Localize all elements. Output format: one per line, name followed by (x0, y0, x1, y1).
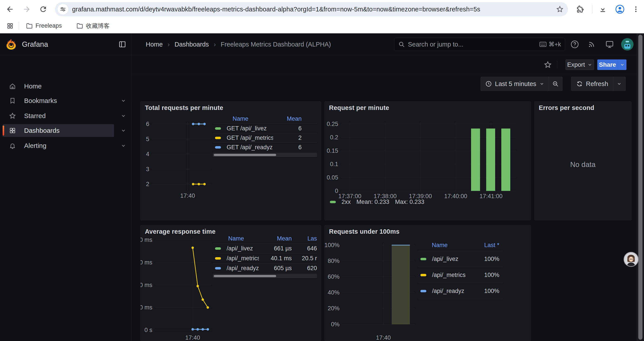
bookmark-folder-label: Freeleaps (36, 22, 62, 29)
legend-header-name[interactable]: Name (432, 242, 448, 249)
sidebar-item-dashboards[interactable]: Dashboards (3, 124, 114, 137)
browser-profile-icon[interactable] (615, 5, 625, 14)
series-name[interactable]: /api/_livez (432, 256, 458, 262)
legend-header-name[interactable]: Name (232, 115, 248, 122)
data-point (192, 246, 194, 249)
data-point (196, 328, 199, 330)
legend-header-name[interactable]: Name (228, 235, 244, 242)
url-text[interactable]: grafana.mathmast.com/d/deytv4rwavabkb/fr… (72, 6, 556, 13)
help-icon[interactable] (570, 40, 579, 49)
legend-hscrollbar-thumb[interactable] (214, 154, 276, 156)
panel-errors-per-second[interactable]: Errors per secondNo data (534, 101, 632, 220)
browser-menu-icon[interactable] (632, 6, 640, 13)
chevron-down-icon[interactable] (120, 139, 127, 152)
refresh-icon (576, 81, 583, 87)
site-settings-icon[interactable] (58, 4, 68, 15)
url-bar[interactable]: grafana.mathmast.com/d/deytv4rwavabkb/fr… (55, 2, 568, 16)
legend-line[interactable]: 2xxMean: 0.233Max: 0.233 (330, 199, 424, 205)
refresh-button[interactable]: Refresh (572, 77, 613, 91)
legend-hscrollbar-thumb[interactable] (214, 275, 276, 277)
legend-row[interactable]: GET /api/_readyz6 (213, 142, 317, 152)
panel-title[interactable]: Errors per second (539, 104, 594, 112)
scrollbar-thumb[interactable] (638, 35, 642, 340)
legend-row[interactable]: /api/_readyz605 µs620 (213, 263, 317, 273)
favorite-dashboard-icon[interactable] (544, 61, 552, 69)
legend-row[interactable]: /api/_metrics100% (418, 267, 503, 283)
dock-menu-toggle-icon[interactable] (118, 40, 127, 49)
series-name[interactable]: 2xx (342, 199, 351, 205)
zoom-out-button[interactable] (549, 77, 562, 91)
legend-hscrollbar[interactable] (213, 153, 317, 157)
user-avatar[interactable] (621, 38, 634, 51)
legend-hscrollbar[interactable] (213, 274, 317, 278)
time-controls-row: Last 5 minutes Refresh (132, 74, 636, 100)
legend-value: 646 (292, 245, 317, 252)
page-scrollbar[interactable] (636, 33, 644, 341)
panel-requests-under-100ms[interactable]: Requests under 100ms100%80%60%40%20%0%17… (324, 225, 531, 341)
grafana-header: Grafana Home › Dashboards › Freeleaps Me… (0, 33, 644, 55)
y-tick-label: 2 (146, 181, 149, 187)
legend-row[interactable]: /api/_livez661 µs646 (213, 243, 317, 253)
panel-total-requests-per-minute[interactable]: Total requests per minute6543217:40NameM… (140, 101, 321, 220)
export-button[interactable]: Export (566, 60, 594, 70)
y-tick-label: 40 ms (140, 282, 152, 288)
series-name[interactable]: GET /api/_metrics (227, 135, 273, 141)
data-point (196, 285, 199, 287)
sidebar-item-label: Starred (24, 112, 46, 120)
series-color-swatch (215, 137, 221, 139)
reload-icon[interactable] (39, 5, 47, 14)
rss-icon[interactable] (588, 40, 596, 49)
share-button[interactable]: Share (597, 60, 618, 70)
sidebar-item-starred[interactable]: Starred (3, 110, 114, 122)
breadcrumb-home[interactable]: Home (146, 41, 163, 48)
apps-grid-icon[interactable] (6, 22, 14, 30)
chevron-down-icon (540, 81, 544, 86)
bookmark-folder-freeleaps[interactable]: Freeleaps (26, 22, 62, 30)
legend-header[interactable]: Last * (473, 242, 499, 249)
bookmark-folder-blogs[interactable]: 收藏博客 (76, 22, 110, 30)
breadcrumb-dashboards[interactable]: Dashboards (174, 41, 209, 48)
panel-average-response-time[interactable]: Average response time80 ms60 ms40 ms20 m… (140, 225, 321, 341)
chevron-down-icon[interactable] (120, 124, 127, 137)
bookmark-folder-label: 收藏博客 (86, 22, 110, 30)
series-name[interactable]: /api/_metrics (227, 255, 259, 262)
extensions-icon[interactable] (576, 5, 584, 13)
series-name[interactable]: /api/_readyz (227, 265, 259, 272)
search-input[interactable]: Search or jump to... ⌘+k (394, 38, 565, 51)
forward-icon[interactable] (22, 5, 31, 14)
series-name[interactable]: GET /api/_readyz (227, 144, 273, 151)
legend-table: NameMeanLas/api/_livez661 µs646/api/_met… (213, 234, 317, 278)
app-title: Grafana (22, 40, 48, 49)
legend-row[interactable]: GET /api/_metrics2 (213, 133, 317, 142)
legend-header[interactable]: Mean (259, 235, 292, 242)
chevron-down-icon[interactable] (120, 94, 127, 107)
refresh-interval-button[interactable] (613, 77, 625, 91)
back-icon[interactable] (6, 5, 14, 14)
legend-header[interactable]: Las (292, 235, 317, 242)
legend-row[interactable]: /api/_livez100% (418, 251, 503, 267)
download-icon[interactable] (599, 5, 607, 13)
sidebar-item-bookmarks[interactable]: Bookmarks (3, 94, 114, 107)
time-range-picker[interactable]: Last 5 minutes (481, 77, 549, 91)
share-menu-button[interactable] (618, 60, 626, 70)
y-tick-label: 60 ms (140, 259, 152, 266)
series-name[interactable]: /api/_livez (227, 245, 253, 252)
legend-row[interactable]: /api/_metrics40.1 ms20.5 r (213, 253, 317, 263)
legend-row[interactable]: GET /api/_livez6 (213, 124, 317, 133)
bell-icon (9, 142, 16, 149)
bookmark-star-icon[interactable] (556, 6, 564, 13)
sidebar-item-alerting[interactable]: Alerting (3, 139, 114, 152)
panel-request-per-minute[interactable]: Request per minute0.250.20.150.10.05017:… (324, 101, 531, 220)
sidebar-item-home[interactable]: Home (3, 80, 114, 93)
chevron-down-icon[interactable] (120, 110, 127, 122)
clock-icon (485, 81, 492, 87)
data-point (204, 123, 206, 125)
legend-header[interactable]: Mean (273, 115, 302, 122)
floating-assistant-avatar[interactable] (624, 252, 638, 267)
series-name[interactable]: GET /api/_livez (227, 125, 267, 132)
monitor-icon[interactable] (605, 40, 614, 49)
x-tick-label: 17:40 (180, 192, 195, 199)
series-name[interactable]: /api/_metrics (432, 272, 466, 278)
series-name[interactable]: /api/_readyz (432, 288, 464, 294)
legend-row[interactable]: /api/_readyz100% (418, 283, 503, 299)
